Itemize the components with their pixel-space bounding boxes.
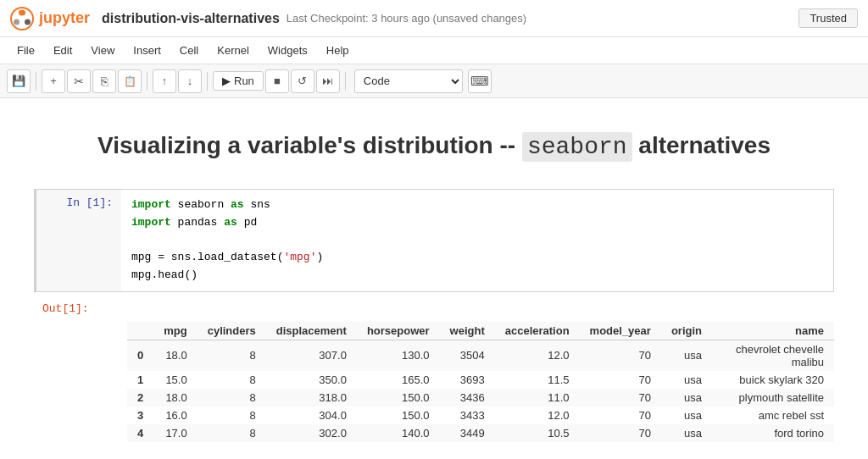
row-idx: 2	[127, 389, 153, 406]
row-mpg: 18.0	[153, 340, 197, 371]
menu-widgets[interactable]: Widgets	[259, 41, 316, 60]
col-acceleration: acceleration	[495, 322, 580, 340]
run-triangle-icon: ▶	[222, 75, 231, 87]
row-cylinders: 8	[198, 371, 266, 389]
row-cylinders: 8	[198, 406, 266, 424]
jupyter-logo: jupyter	[10, 7, 90, 30]
menu-help[interactable]: Help	[318, 41, 358, 60]
col-index	[127, 322, 153, 340]
row-mpg: 17.0	[153, 424, 197, 442]
menu-file[interactable]: File	[8, 41, 43, 60]
svg-point-3	[25, 19, 31, 25]
add-cell-button[interactable]: +	[42, 69, 65, 93]
keyboard-icon: ⌨	[470, 74, 489, 89]
notebook-title-heading: Visualizing a variable's distribution --…	[34, 132, 834, 160]
toolbar: 💾 + ✂ ⎘ 📋 ↑ ↓ ▶ Run ■ ↺ ⏭ Code Markdown …	[0, 64, 868, 98]
menu-insert[interactable]: Insert	[125, 41, 170, 60]
seaborn-highlight: seaborn	[522, 132, 632, 162]
table-row: 1 15.0 8 350.0 165.0 3693 11.5 70 usa bu…	[127, 371, 834, 389]
col-cylinders: cylinders	[198, 322, 266, 340]
menu-cell[interactable]: Cell	[171, 41, 207, 60]
restart-button[interactable]: ↺	[291, 69, 314, 93]
move-up-button[interactable]: ↑	[153, 69, 176, 93]
keyboard-shortcut-button[interactable]: ⌨	[468, 69, 492, 93]
row-horsepower: 140.0	[357, 424, 440, 442]
row-horsepower: 150.0	[357, 406, 440, 424]
stop-button[interactable]: ■	[265, 69, 289, 93]
row-horsepower: 130.0	[357, 340, 440, 371]
row-acceleration: 11.5	[495, 371, 580, 389]
row-model-year: 70	[580, 371, 661, 389]
col-mpg: mpg	[153, 322, 197, 340]
row-model-year: 70	[580, 406, 661, 424]
row-origin: usa	[661, 340, 712, 371]
row-name: chevrolet chevelle malibu	[712, 340, 834, 371]
row-weight: 3449	[440, 424, 495, 442]
out-prompt: Out[1]:	[34, 299, 119, 318]
row-origin: usa	[661, 389, 712, 406]
row-cylinders: 8	[198, 340, 266, 371]
save-icon: 💾	[12, 75, 25, 87]
code-line-4: mpg = sns.load_dataset('mpg')	[131, 249, 823, 267]
save-button[interactable]: 💾	[7, 69, 31, 93]
row-idx: 4	[127, 424, 153, 442]
cell-in-prompt: In [1]:	[36, 190, 121, 291]
move-down-button[interactable]: ↓	[178, 69, 202, 93]
menu-edit[interactable]: Edit	[45, 41, 81, 60]
cell-code-area[interactable]: import seaborn as sns import pandas as p…	[121, 190, 833, 291]
row-horsepower: 150.0	[357, 389, 440, 406]
dataframe-table: mpg cylinders displacement horsepower we…	[127, 322, 834, 442]
row-name: amc rebel sst	[712, 406, 834, 424]
run-button[interactable]: ▶ Run	[213, 71, 264, 91]
fast-forward-button[interactable]: ⏭	[316, 69, 340, 93]
paste-button[interactable]: 📋	[118, 69, 142, 93]
menu-view[interactable]: View	[82, 41, 123, 60]
trusted-button[interactable]: Trusted	[798, 8, 858, 28]
row-model-year: 70	[580, 389, 661, 406]
plus-icon: +	[50, 75, 57, 87]
row-displacement: 318.0	[266, 389, 357, 406]
code-line-1: import seaborn as sns	[131, 196, 823, 214]
notebook-title: distribution-vis-alternatives	[102, 11, 280, 26]
col-model-year: model_year	[580, 322, 661, 340]
code-cell-1[interactable]: In [1]: import seaborn as sns import pan…	[34, 189, 834, 292]
col-name: name	[712, 322, 834, 340]
code-line-2: import pandas as pd	[131, 214, 823, 232]
col-horsepower: horsepower	[357, 322, 440, 340]
row-acceleration: 11.0	[495, 389, 580, 406]
run-label: Run	[234, 75, 254, 87]
toolbar-separator-3	[207, 72, 208, 91]
row-model-year: 70	[580, 340, 661, 371]
toolbar-separator-1	[36, 72, 36, 91]
table-row: 0 18.0 8 307.0 130.0 3504 12.0 70 usa ch…	[127, 340, 834, 371]
row-idx: 0	[127, 340, 153, 371]
menu-kernel[interactable]: Kernel	[209, 41, 258, 60]
row-acceleration: 12.0	[495, 340, 580, 371]
row-displacement: 307.0	[266, 340, 357, 371]
row-weight: 3433	[440, 406, 495, 424]
row-model-year: 70	[580, 424, 661, 442]
restart-icon: ↺	[298, 75, 307, 87]
row-displacement: 350.0	[266, 371, 357, 389]
row-name: ford torino	[712, 424, 834, 442]
row-cylinders: 8	[198, 424, 266, 442]
row-mpg: 16.0	[153, 406, 197, 424]
code-line-3	[131, 232, 823, 250]
col-weight: weight	[440, 322, 495, 340]
row-idx: 1	[127, 371, 153, 389]
cut-button[interactable]: ✂	[67, 69, 91, 93]
table-row: 4 17.0 8 302.0 140.0 3449 10.5 70 usa fo…	[127, 424, 834, 442]
copy-button[interactable]: ⎘	[92, 69, 116, 93]
toolbar-separator-4	[345, 72, 346, 91]
row-displacement: 302.0	[266, 424, 357, 442]
checkpoint-info: Last Checkpoint: 3 hours ago (unsaved ch…	[287, 12, 526, 25]
output-area: Out[1]: mpg cylinders displacement horse…	[34, 296, 834, 445]
cell-type-select[interactable]: Code Markdown Raw NBConvert	[354, 69, 463, 93]
row-displacement: 304.0	[266, 406, 357, 424]
title-part1: Visualizing a variable's distribution --	[97, 132, 522, 158]
row-weight: 3436	[440, 389, 495, 406]
menubar: File Edit View Insert Cell Kernel Widget…	[0, 37, 868, 64]
down-arrow-icon: ↓	[187, 75, 193, 87]
table-row: 2 18.0 8 318.0 150.0 3436 11.0 70 usa pl…	[127, 389, 834, 406]
copy-icon: ⎘	[101, 75, 108, 88]
